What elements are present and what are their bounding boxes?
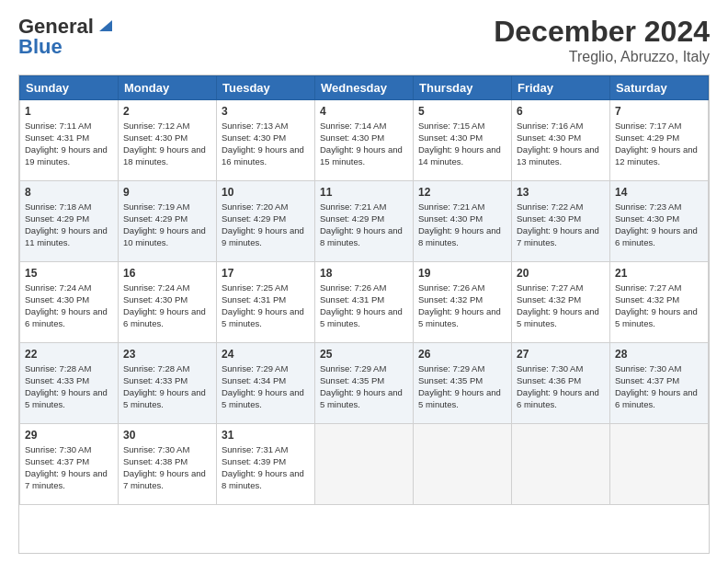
daylight-text: Daylight: 9 hours and 5 minutes. — [418, 306, 501, 328]
sunset-text: Sunset: 4:30 PM — [418, 132, 483, 143]
sunset-text: Sunset: 4:39 PM — [222, 456, 286, 466]
day-number: 27 — [517, 347, 605, 362]
daylight-text: Daylight: 9 hours and 7 minutes. — [123, 468, 206, 490]
calendar-cell: 15Sunrise: 7:24 AMSunset: 4:30 PMDayligh… — [20, 262, 119, 343]
sunrise-text: Sunrise: 7:17 AM — [615, 121, 681, 131]
sunset-text: Sunset: 4:29 PM — [615, 132, 679, 143]
sunrise-text: Sunrise: 7:21 AM — [418, 201, 484, 212]
col-header-wednesday: Wednesday — [315, 76, 414, 100]
title-section: December 2024 Treglio, Abruzzo, Italy — [494, 15, 710, 65]
calendar-cell: 3Sunrise: 7:13 AMSunset: 4:30 PMDaylight… — [217, 100, 315, 181]
day-number: 12 — [418, 185, 506, 200]
sunset-text: Sunset: 4:32 PM — [517, 294, 581, 304]
calendar-cell: 14Sunrise: 7:23 AMSunset: 4:30 PMDayligh… — [610, 181, 709, 262]
sunrise-text: Sunrise: 7:11 AM — [25, 121, 91, 131]
sunset-text: Sunset: 4:30 PM — [222, 132, 286, 143]
sunset-text: Sunset: 4:29 PM — [25, 213, 89, 224]
daylight-text: Daylight: 9 hours and 6 minutes. — [123, 306, 206, 328]
daylight-text: Daylight: 9 hours and 19 minutes. — [25, 144, 108, 167]
daylight-text: Daylight: 9 hours and 13 minutes. — [517, 144, 599, 167]
day-number: 16 — [123, 266, 211, 281]
sunset-text: Sunset: 4:37 PM — [25, 456, 89, 466]
daylight-text: Daylight: 9 hours and 5 minutes. — [222, 387, 304, 409]
sunrise-text: Sunrise: 7:23 AM — [615, 201, 681, 212]
day-number: 25 — [320, 347, 408, 362]
sunset-text: Sunset: 4:30 PM — [123, 132, 188, 143]
calendar-cell: 31Sunrise: 7:31 AMSunset: 4:39 PMDayligh… — [217, 424, 315, 505]
sunrise-text: Sunrise: 7:18 AM — [25, 201, 91, 212]
daylight-text: Daylight: 9 hours and 6 minutes. — [615, 225, 698, 247]
day-number: 1 — [25, 104, 113, 119]
calendar-cell: 6Sunrise: 7:16 AMSunset: 4:30 PMDaylight… — [512, 100, 610, 181]
sunset-text: Sunset: 4:30 PM — [320, 132, 384, 143]
calendar-cell: 27Sunrise: 7:30 AMSunset: 4:36 PMDayligh… — [512, 343, 610, 424]
subtitle: Treglio, Abruzzo, Italy — [494, 49, 710, 65]
col-header-saturday: Saturday — [610, 76, 709, 100]
col-header-monday: Monday — [119, 76, 217, 100]
calendar-cell: 8Sunrise: 7:18 AMSunset: 4:29 PMDaylight… — [20, 181, 119, 262]
calendar-cell: 12Sunrise: 7:21 AMSunset: 4:30 PMDayligh… — [414, 181, 512, 262]
sunrise-text: Sunrise: 7:30 AM — [25, 444, 91, 454]
day-number: 4 — [320, 104, 408, 119]
daylight-text: Daylight: 9 hours and 10 minutes. — [123, 225, 206, 247]
sunset-text: Sunset: 4:31 PM — [320, 294, 384, 304]
sunset-text: Sunset: 4:30 PM — [25, 294, 89, 304]
day-number: 30 — [123, 428, 211, 442]
logo-icon — [96, 15, 116, 35]
day-number: 19 — [418, 266, 506, 281]
daylight-text: Daylight: 9 hours and 6 minutes. — [517, 387, 599, 409]
daylight-text: Daylight: 9 hours and 5 minutes. — [418, 387, 501, 409]
sunset-text: Sunset: 4:38 PM — [123, 456, 188, 466]
calendar-cell: 19Sunrise: 7:26 AMSunset: 4:32 PMDayligh… — [414, 262, 512, 343]
daylight-text: Daylight: 9 hours and 8 minutes. — [222, 468, 304, 490]
sunset-text: Sunset: 4:30 PM — [517, 132, 581, 143]
daylight-text: Daylight: 9 hours and 18 minutes. — [123, 144, 206, 167]
calendar: SundayMondayTuesdayWednesdayThursdayFrid… — [18, 75, 710, 554]
calendar-cell: 4Sunrise: 7:14 AMSunset: 4:30 PMDaylight… — [315, 100, 414, 181]
sunrise-text: Sunrise: 7:19 AM — [123, 201, 189, 212]
daylight-text: Daylight: 9 hours and 14 minutes. — [418, 144, 501, 167]
day-number: 29 — [25, 428, 113, 442]
daylight-text: Daylight: 9 hours and 6 minutes. — [615, 387, 698, 409]
logo: General Blue — [18, 15, 116, 59]
day-number: 23 — [123, 347, 211, 362]
sunrise-text: Sunrise: 7:26 AM — [418, 282, 484, 293]
calendar-cell: 23Sunrise: 7:28 AMSunset: 4:33 PMDayligh… — [119, 343, 217, 424]
day-number: 9 — [123, 185, 211, 200]
calendar-cell: 9Sunrise: 7:19 AMSunset: 4:29 PMDaylight… — [119, 181, 217, 262]
page: General Blue December 2024 Treglio, Abru… — [0, 0, 728, 563]
day-number: 31 — [222, 428, 310, 442]
svg-marker-0 — [99, 20, 112, 31]
daylight-text: Daylight: 9 hours and 5 minutes. — [222, 306, 304, 328]
col-header-friday: Friday — [512, 76, 610, 100]
sunrise-text: Sunrise: 7:27 AM — [615, 282, 681, 293]
sunrise-text: Sunrise: 7:13 AM — [222, 121, 288, 131]
sunset-text: Sunset: 4:31 PM — [222, 294, 286, 304]
sunrise-text: Sunrise: 7:26 AM — [320, 282, 386, 293]
calendar-cell: 29Sunrise: 7:30 AMSunset: 4:37 PMDayligh… — [20, 424, 119, 505]
sunrise-text: Sunrise: 7:30 AM — [517, 363, 583, 373]
daylight-text: Daylight: 9 hours and 7 minutes. — [25, 468, 108, 490]
day-number: 26 — [418, 347, 506, 362]
sunrise-text: Sunrise: 7:30 AM — [123, 444, 189, 454]
calendar-cell — [512, 424, 610, 505]
calendar-cell: 26Sunrise: 7:29 AMSunset: 4:35 PMDayligh… — [414, 343, 512, 424]
sunset-text: Sunset: 4:29 PM — [222, 213, 286, 224]
calendar-cell: 13Sunrise: 7:22 AMSunset: 4:30 PMDayligh… — [512, 181, 610, 262]
sunrise-text: Sunrise: 7:15 AM — [418, 121, 484, 131]
day-number: 5 — [418, 104, 506, 119]
sunset-text: Sunset: 4:30 PM — [123, 294, 188, 304]
sunset-text: Sunset: 4:29 PM — [320, 213, 384, 224]
sunset-text: Sunset: 4:33 PM — [123, 375, 188, 385]
sunrise-text: Sunrise: 7:12 AM — [123, 121, 189, 131]
day-number: 15 — [25, 266, 113, 281]
calendar-cell: 5Sunrise: 7:15 AMSunset: 4:30 PMDaylight… — [414, 100, 512, 181]
sunset-text: Sunset: 4:31 PM — [25, 132, 89, 143]
calendar-cell: 21Sunrise: 7:27 AMSunset: 4:32 PMDayligh… — [610, 262, 709, 343]
sunset-text: Sunset: 4:30 PM — [418, 213, 483, 224]
sunset-text: Sunset: 4:30 PM — [517, 213, 581, 224]
sunset-text: Sunset: 4:32 PM — [615, 294, 679, 304]
daylight-text: Daylight: 9 hours and 11 minutes. — [25, 225, 108, 247]
daylight-text: Daylight: 9 hours and 5 minutes. — [25, 387, 108, 409]
sunrise-text: Sunrise: 7:29 AM — [222, 363, 288, 373]
